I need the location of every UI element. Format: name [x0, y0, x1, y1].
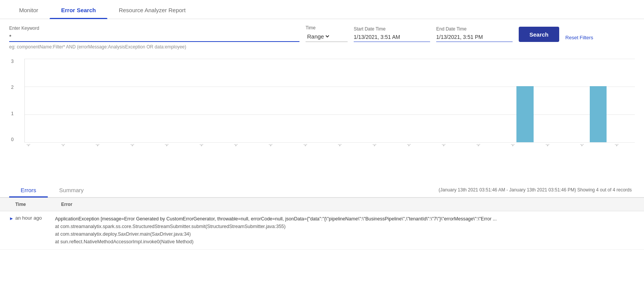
search-hint: eg: componentName:Filter* AND (errorMess… — [9, 44, 635, 50]
error-chart: 3 2 1 0 — [24, 59, 635, 143]
x-label: 2021-01-13 07:30 AM — [303, 144, 343, 160]
grid-line-0 — [25, 142, 635, 143]
bar-slot — [537, 59, 561, 142]
chart-bars — [25, 59, 635, 142]
time-range-select[interactable]: Range — [306, 31, 348, 42]
bar-slot — [415, 59, 440, 142]
x-label: 2021-01-13 11:30 AM — [579, 144, 619, 160]
start-date-input[interactable] — [354, 32, 430, 42]
time-select-input[interactable]: Range — [306, 33, 330, 40]
reset-filters-link[interactable]: Reset Filters — [565, 35, 593, 42]
bar-slot — [171, 59, 196, 142]
bar-slot — [293, 59, 318, 142]
bar-slot — [25, 59, 49, 142]
bar-slot — [586, 59, 610, 142]
bar-slot — [489, 59, 513, 142]
bar-slot — [147, 59, 171, 142]
bar-slot — [513, 59, 537, 142]
time-select-group: Time Range — [306, 25, 348, 42]
y-label-0: 0 — [11, 137, 14, 142]
cell-time: an hour ago — [15, 215, 55, 221]
top-tabs-bar: Monitor Error Search Resource Analyzer R… — [0, 0, 644, 19]
bar-slot — [391, 59, 415, 142]
bar-slot — [269, 59, 293, 142]
chart-bar — [516, 86, 534, 142]
bar-slot — [220, 59, 244, 142]
start-date-label: Start Date Time — [354, 26, 430, 32]
bar-slot — [318, 59, 342, 142]
start-date-group: Start Date Time — [354, 26, 430, 42]
x-label: 2021-01-13 10:00 AM — [476, 144, 516, 160]
x-label: 2021-01-13 09:30 AM — [441, 144, 481, 160]
end-date-input[interactable] — [436, 32, 513, 42]
bar-slot — [244, 59, 269, 142]
keyword-input[interactable] — [9, 32, 299, 42]
tab-error-search[interactable]: Error Search — [50, 0, 107, 19]
end-date-group: End Date Time — [436, 26, 513, 42]
bar-slot — [342, 59, 366, 142]
bar-slot — [366, 59, 391, 142]
x-label: 2021-01-13 10:30 AM — [510, 144, 550, 160]
x-label: 2021-01-13 04:30 AM — [95, 144, 135, 160]
x-label: 2021-01-13 07:00 AM — [268, 144, 308, 160]
x-label: 2021-01-13 09:00 AM — [406, 144, 446, 160]
bar-slot — [561, 59, 586, 142]
bar-slot — [49, 59, 74, 142]
chart-area: 3 2 1 0 2021-01-13 03:30 AM2021-01-13 04… — [0, 53, 644, 167]
x-label: 2021-01-13 12:00 PM — [614, 144, 635, 160]
x-label: 2021-01-13 06:00 AM — [199, 144, 239, 160]
time-label: Time — [306, 25, 348, 31]
bar-slot — [74, 59, 98, 142]
keyword-field-group: Enter Keyword — [9, 26, 299, 42]
bar-slot — [610, 59, 635, 142]
table-row: ► an hour ago ApplicationException [mess… — [0, 211, 644, 250]
x-label: 2021-01-13 08:30 AM — [372, 144, 412, 160]
error-stack-line-3: at sun.reflect.NativeMethodAccessorImpl.… — [55, 238, 635, 246]
end-date-label: End Date Time — [436, 26, 513, 32]
error-stack-line-2: at com.streamanalytix.deploy.SaxDriver.m… — [55, 230, 635, 238]
records-info: (January 13th 2021 03:51:46 AM - January… — [439, 187, 635, 193]
y-label-3: 3 — [11, 59, 14, 64]
cell-error: ApplicationException [message=Error Gene… — [55, 215, 635, 246]
x-label: 2021-01-13 04:00 AM — [61, 144, 100, 160]
bar-slot — [464, 59, 489, 142]
bar-slot — [123, 59, 147, 142]
keyword-label: Enter Keyword — [9, 26, 299, 31]
col-header-time: Time — [15, 202, 61, 207]
table-header: Time Error — [0, 198, 644, 211]
y-label-2: 2 — [11, 85, 14, 90]
bar-slot — [98, 59, 123, 142]
x-label: 2021-01-13 05:30 AM — [164, 144, 204, 160]
y-label-1: 1 — [11, 111, 14, 116]
x-label: 2021-01-13 05:00 AM — [130, 144, 170, 160]
x-label: 2021-01-13 11:00 AM — [545, 144, 585, 160]
bar-slot — [196, 59, 220, 142]
col-header-error: Error — [61, 202, 635, 207]
tab-resource-analyzer[interactable]: Resource Analyzer Report — [107, 0, 197, 19]
x-label: 2021-01-13 08:00 AM — [337, 144, 377, 160]
search-area: Enter Keyword Time Range Start Date Time… — [0, 19, 644, 53]
tab-monitor[interactable]: Monitor — [8, 0, 50, 19]
error-main-text: ApplicationException [message=Error Gene… — [55, 215, 635, 223]
row-expander[interactable]: ► — [9, 215, 15, 221]
tab-summary[interactable]: Summary — [48, 182, 95, 197]
x-label: 2021-01-13 03:30 AM — [26, 144, 66, 160]
chart-x-labels: 2021-01-13 03:30 AM2021-01-13 04:00 AM20… — [24, 144, 635, 167]
error-stack-line-1: at com.streamanalytix.spark.ss.core.Stru… — [55, 223, 635, 230]
errors-table: Time Error ► an hour ago ApplicationExce… — [0, 198, 644, 250]
bottom-tabs: Errors Summary (January 13th 2021 03:51:… — [0, 182, 644, 198]
search-button[interactable]: Search — [519, 27, 559, 42]
tab-errors[interactable]: Errors — [9, 182, 48, 197]
chart-bar — [590, 86, 607, 142]
x-label: 2021-01-13 06:30 AM — [233, 144, 273, 160]
bar-slot — [440, 59, 464, 142]
